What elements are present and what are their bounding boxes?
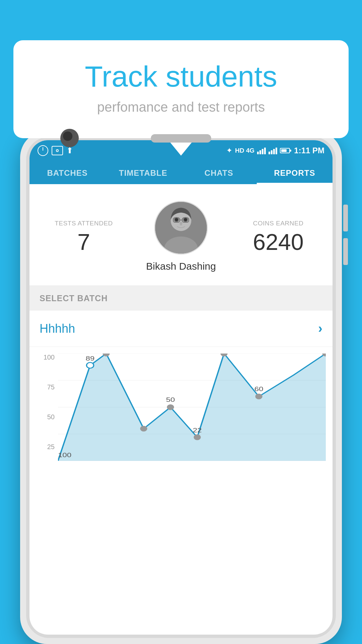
svg-text:50: 50 (166, 396, 175, 403)
camera-icon (60, 129, 79, 147)
volume-down-button[interactable] (343, 238, 348, 265)
tab-chats[interactable]: CHATS (181, 161, 257, 183)
select-batch-header: SELECT BATCH (29, 286, 333, 311)
signal-icon (257, 147, 266, 154)
profile-section: TESTS ATTENDED 7 (29, 184, 333, 286)
coins-earned-value: 6240 (234, 230, 322, 253)
svg-text:89: 89 (86, 355, 95, 362)
chevron-right-icon: › (318, 321, 322, 336)
tab-reports[interactable]: REPORTS (257, 161, 333, 183)
chart-area: 100 75 50 25 (36, 354, 326, 461)
chart-section: 100 75 50 25 (29, 347, 333, 461)
profile-name: Bikash Dashing (146, 261, 216, 272)
svg-text:22: 22 (193, 426, 202, 434)
svg-point-22 (255, 393, 262, 399)
battery-icon (280, 148, 290, 153)
tooltip-title: Track students (37, 60, 325, 93)
coins-earned-block: COINS EARNED 6240 (234, 220, 322, 253)
tab-timetable[interactable]: TIMETABLE (105, 161, 181, 183)
coins-earned-label: COINS EARNED (234, 220, 322, 227)
phone-mockup: ⬆ ✦ HD 4G (20, 131, 342, 644)
profile-center: Bikash Dashing (128, 201, 234, 272)
volume-up-button[interactable] (343, 205, 348, 231)
status-icons-right: ✦ HD 4G (226, 146, 324, 155)
bluetooth-icon: ✦ (226, 146, 232, 155)
speaker (151, 134, 211, 143)
avatar (154, 201, 208, 255)
tooltip-subtitle: perfomance and test reports (37, 100, 325, 115)
signal-icon-2 (268, 147, 277, 154)
svg-point-18 (140, 426, 147, 431)
y-axis: 100 75 50 25 (36, 354, 55, 451)
svg-point-16 (86, 363, 94, 368)
svg-point-19 (167, 404, 174, 410)
batch-row[interactable]: Hhhhh › (29, 311, 333, 347)
svg-point-20 (194, 434, 201, 440)
svg-point-7 (180, 222, 182, 226)
y-label-25: 25 (36, 443, 55, 451)
svg-text:100: 100 (58, 451, 71, 459)
y-label-50: 50 (36, 413, 55, 421)
phone-screen: ⬆ ✦ HD 4G (29, 140, 333, 635)
tests-attended-value: 7 (40, 230, 128, 253)
tooltip-card: Track students perfomance and test repor… (13, 40, 349, 138)
y-label-75: 75 (36, 383, 55, 391)
y-label-100: 100 (36, 354, 55, 361)
tests-attended-block: TESTS ATTENDED 7 (40, 220, 128, 253)
image-icon (52, 146, 63, 155)
svg-point-5 (175, 218, 178, 221)
share-icon: ⬆ (66, 146, 73, 155)
chart-svg-container: 89 100 50 22 100 60 100 100 (58, 354, 326, 461)
clock-icon (38, 145, 48, 156)
tests-attended-label: TESTS ATTENDED (40, 220, 128, 227)
svg-point-6 (184, 218, 187, 221)
network-badge: HD 4G (235, 147, 254, 154)
tab-bar: BATCHES TIMETABLE CHATS REPORTS (29, 161, 333, 184)
status-time: 1:11 PM (294, 146, 324, 155)
svg-text:60: 60 (254, 385, 263, 392)
tab-batches[interactable]: BATCHES (29, 161, 105, 183)
batch-name: Hhhhh (40, 322, 75, 336)
